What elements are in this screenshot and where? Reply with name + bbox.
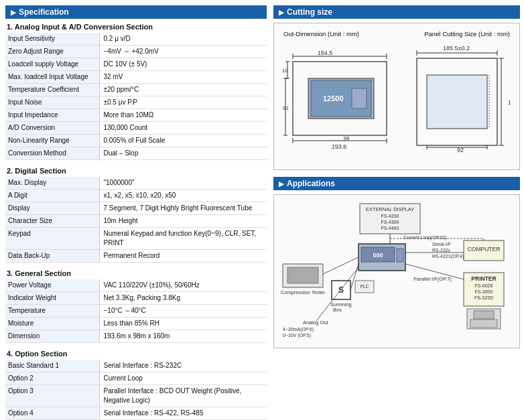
analog-section-title: 1. Analog Input & A/D Conversion Section xyxy=(5,23,267,31)
apps-arrow-icon: ▶ xyxy=(279,180,284,188)
table-row: Input Noise±0.5 μv P.P xyxy=(5,96,267,109)
table-row: A Digitx1, x2, x5, x10, x20, x50 xyxy=(5,190,267,202)
row-value: 7 Segment, 7 Digit Highly Bright Fluores… xyxy=(99,202,267,215)
svg-text:12500: 12500 xyxy=(323,94,344,102)
row-value: VAC 110/220V (±10%), 50/60Hz xyxy=(99,279,267,292)
svg-text:FS-4400: FS-4400 xyxy=(381,226,399,230)
option-section: 4. Option Section Basic Standard 1Serial… xyxy=(5,350,267,420)
applications-svg: EXTERNAL DISPLAY FS-4200 FS-4300 FS-4400… xyxy=(279,200,514,341)
row-label: Temperature Coefficient xyxy=(5,84,99,96)
digital-table: Max. Display"1000000"A Digitx1, x2, x5, … xyxy=(5,177,267,263)
table-row: A/D Conversion130,000 Count xyxy=(5,122,267,135)
table-row: Input ImpedanceMore than 10MΩ xyxy=(5,109,267,122)
table-row: Non-Linearity Range0.005% of Full Scale xyxy=(5,135,267,147)
table-row: Temperature Coefficient±20 ppm/°C xyxy=(5,84,267,96)
row-label: A/D Conversion xyxy=(5,122,99,135)
row-value: ±0.5 μv P.P xyxy=(99,96,267,109)
row-value: 10m Height xyxy=(99,215,267,228)
row-label: Conversion Method xyxy=(5,147,99,160)
svg-text:91: 91 xyxy=(283,105,289,111)
row-value: Current Loop xyxy=(99,372,267,385)
row-label: Temperature xyxy=(5,305,99,318)
table-row: Option 3Parallel Interface : BCD OUT Wei… xyxy=(5,385,267,407)
row-label: Input Sensitivity xyxy=(5,33,99,46)
general-section: 3. General Section Power VoltageVAC 110/… xyxy=(5,269,267,343)
row-label: Dimension xyxy=(5,330,99,343)
table-row: Max. loadcell Input Voltage32 mV xyxy=(5,71,267,84)
table-row: Option 4Serial Interface : RS-422, RS-48… xyxy=(5,407,267,420)
svg-rect-4 xyxy=(352,88,367,109)
row-value: DC 10V (± 5V) xyxy=(99,58,267,71)
table-row: Temperature−10°C ～40°C xyxy=(5,305,267,318)
svg-text:184.5: 184.5 xyxy=(318,50,333,56)
general-section-title: 3. General Section xyxy=(5,269,267,277)
row-label: Loadcell supply Voltage xyxy=(5,58,99,71)
table-row: Display7 Segment, 7 Digit Highly Bright … xyxy=(5,202,267,215)
row-label: Option 4 xyxy=(5,407,99,420)
svg-text:EXTERNAL DISPLAY: EXTERNAL DISPLAY xyxy=(366,206,415,212)
row-label: Input Noise xyxy=(5,96,99,109)
general-table: Power VoltageVAC 110/220V (±10%), 50/60H… xyxy=(5,279,267,343)
row-value: 0.005% of Full Scale xyxy=(99,135,267,147)
option-table: Basic Standard 1Serial Interface : RS-23… xyxy=(5,360,267,420)
svg-text:193.6: 193.6 xyxy=(332,143,347,150)
cutting-size-title: Cutting size xyxy=(287,7,332,17)
analog-section: 1. Analog Input & A/D Conversion Section… xyxy=(5,23,267,160)
spec-arrow-icon: ▶ xyxy=(11,9,16,16)
svg-rect-24 xyxy=(427,75,487,129)
svg-rect-80 xyxy=(474,311,494,319)
svg-text:RS-232c: RS-232c xyxy=(432,248,451,253)
table-row: Power VoltageVAC 110/220V (±10%), 50/60H… xyxy=(5,279,267,292)
svg-rect-81 xyxy=(470,320,497,328)
row-label: Power Voltage xyxy=(5,279,99,292)
row-value: Less than 85% RH xyxy=(99,318,267,330)
applications-header: ▶ Applications xyxy=(273,177,520,190)
row-label: Indicator Weight xyxy=(5,292,99,305)
row-value: ±20 ppm/°C xyxy=(99,84,267,96)
row-value: −10°C ～40°C xyxy=(99,305,267,318)
applications-title: Applications xyxy=(287,179,335,188)
svg-text:COMPUTER: COMPUTER xyxy=(468,246,501,253)
table-row: Zero Adjust Range−4mV ～ +42.0mV xyxy=(5,46,267,58)
svg-text:Parallel I/F(OP.7): Parallel I/F(OP.7) xyxy=(413,276,452,282)
table-row: Option 2Current Loop xyxy=(5,372,267,385)
row-value: 130,000 Count xyxy=(99,122,267,135)
table-row: KeypadNumeral Keypad and function Key(0~… xyxy=(5,228,267,250)
row-label: A Digit xyxy=(5,190,99,202)
svg-text:Serial I/F: Serial I/F xyxy=(432,242,451,247)
row-label: Non-Linearity Range xyxy=(5,135,99,147)
row-label: Input Impedance xyxy=(5,109,99,122)
svg-text:RS-4221(OP.4): RS-4221(OP.4) xyxy=(432,254,464,259)
cutting-size-box: Out-Dimension (Unit : mm) Panel Cutting … xyxy=(273,23,520,170)
row-label: Moisture xyxy=(5,318,99,330)
svg-text:98: 98 xyxy=(344,135,350,141)
applications-box: EXTERNAL DISPLAY FS-4200 FS-4300 FS-4400… xyxy=(273,194,520,348)
svg-text:FS-4300: FS-4300 xyxy=(381,220,399,224)
svg-text:FS-323D: FS-323D xyxy=(474,295,493,300)
svg-text:Box: Box xyxy=(333,307,342,313)
row-label: Zero Adjust Range xyxy=(5,46,99,58)
out-dim-label: Out-Dimension (Unit : mm) xyxy=(283,30,359,38)
option-section-title: 4. Option Section xyxy=(5,350,267,358)
digital-section-title: 2. Digital Section xyxy=(5,167,267,175)
cutting-arrow-icon: ▶ xyxy=(279,9,284,16)
row-label: Basic Standard 1 xyxy=(5,360,99,372)
row-value: "1000000" xyxy=(99,177,267,190)
row-value: 193.6m x 98m x 160m xyxy=(99,330,267,343)
panel-label: Panel Cutting Size (Unit : mm) xyxy=(424,30,510,38)
row-value: Net 3.3Kg, Packing 3.8Kg xyxy=(99,292,267,305)
table-row: Indicator WeightNet 3.3Kg, Packing 3.8Kg xyxy=(5,292,267,305)
svg-text:PRINTER: PRINTER xyxy=(471,275,496,282)
table-row: Character Size10m Height xyxy=(5,215,267,228)
analog-table: Input Sensitivity0.2 μ v/DZero Adjust Ra… xyxy=(5,33,267,160)
svg-line-60 xyxy=(323,257,358,274)
row-value: Parallel Interface : BCD OUT Weight (Pos… xyxy=(99,385,267,407)
row-value: Numeral Keypad and function Key(0~9), CL… xyxy=(99,228,267,250)
svg-text:Current Loop(OP.02): Current Loop(OP.02) xyxy=(403,235,446,240)
row-value: Serial Interface : RS-232C xyxy=(99,360,267,372)
table-row: Input Sensitivity0.2 μ v/D xyxy=(5,33,267,46)
row-label: Keypad xyxy=(5,228,99,250)
svg-text:FS-4200: FS-4200 xyxy=(381,214,399,218)
svg-text:FS-3000: FS-3000 xyxy=(475,289,493,294)
specification-title: Specification xyxy=(19,7,69,17)
